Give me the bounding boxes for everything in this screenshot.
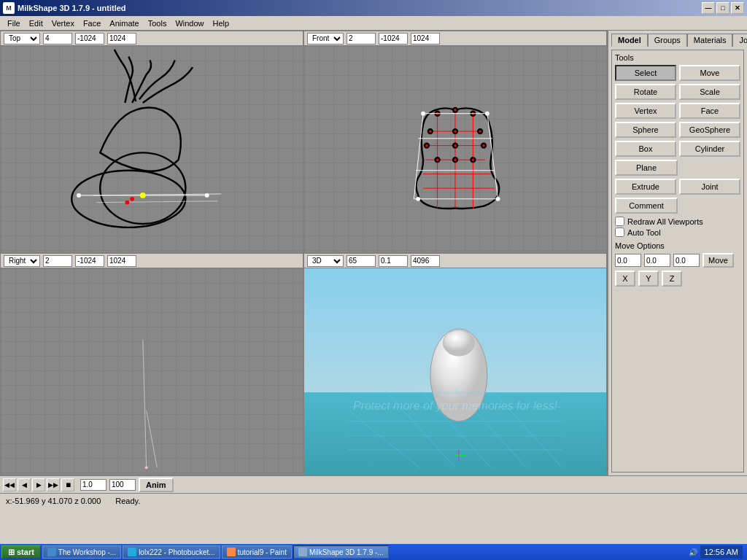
app-icon: M <box>3 2 15 14</box>
start-button[interactable]: ⊞ start <box>1 545 41 559</box>
viewport-right-max[interactable] <box>107 255 136 267</box>
svg-line-54 <box>349 411 420 467</box>
rotate-button[interactable]: Rotate <box>615 84 676 100</box>
taskbar-workshop-label: The Workshop -... <box>58 548 116 556</box>
move-x-input[interactable] <box>615 254 641 267</box>
anim-prev-button[interactable]: ◀ <box>18 478 31 491</box>
menubar: File Edit Vertex Face Animate Tools Wind… <box>0 16 747 31</box>
geosphere-button[interactable]: GeoSphere <box>679 122 740 138</box>
box-cylinder-row: Box Cylinder <box>615 141 740 157</box>
anim-frame-input[interactable] <box>80 479 107 491</box>
tools-label: Tools <box>615 53 740 62</box>
extrude-button[interactable]: Extrude <box>615 179 676 195</box>
redraw-checkbox[interactable] <box>615 217 624 226</box>
anim-stop-button[interactable]: ⏹ <box>61 478 74 491</box>
x-axis-button[interactable]: X <box>615 271 635 287</box>
viewport-top-view-select[interactable]: Top Front Right 3D <box>4 33 40 44</box>
viewport-3d[interactable]: 3D Top Front Right <box>303 253 607 475</box>
taskbar-item-photobucket[interactable]: lolx222 - Photobucket... <box>123 545 220 559</box>
menu-edit[interactable]: Edit <box>25 18 47 29</box>
viewport-front[interactable]: Front Top Right 3D <box>303 31 607 253</box>
move-y-input[interactable] <box>644 254 670 267</box>
svg-point-37 <box>485 112 489 116</box>
taskbar-item-workshop[interactable]: The Workshop -... <box>42 545 121 559</box>
viewport-top-max[interactable] <box>107 33 136 44</box>
tab-joints[interactable]: Joints <box>732 34 747 47</box>
z-axis-button[interactable]: Z <box>662 271 682 287</box>
move-apply-button[interactable]: Move <box>703 253 734 268</box>
viewport-front-zoom[interactable] <box>347 33 376 44</box>
viewport-front-min[interactable] <box>379 33 408 44</box>
svg-point-25 <box>453 129 457 133</box>
taskbar-item-paint[interactable]: tutorial9 - Paint <box>222 545 292 559</box>
maximize-button[interactable]: □ <box>716 2 729 14</box>
anim-rewind-button[interactable]: ◀◀ <box>3 478 16 491</box>
minimize-button[interactable]: — <box>702 2 715 14</box>
viewport-right-min[interactable] <box>75 255 104 267</box>
taskbar-paint-label: tutorial9 - Paint <box>238 548 287 556</box>
svg-point-42 <box>145 466 148 469</box>
anim-total-input[interactable] <box>109 479 136 491</box>
svg-line-52 <box>455 389 527 467</box>
taskbar-item-milkshape[interactable]: MilkShape 3D 1.7.9 -... <box>293 545 389 559</box>
viewport-top[interactable]: Top Front Right 3D <box>0 31 303 253</box>
viewport-3d-val2[interactable] <box>411 255 440 267</box>
viewport-right[interactable]: Right Top Front 3D <box>0 253 303 475</box>
svg-point-39 <box>496 197 500 201</box>
viewport-front-header: Front Top Right 3D <box>304 31 606 46</box>
box-button[interactable]: Box <box>615 141 676 157</box>
sphere-button[interactable]: Sphere <box>615 122 676 138</box>
viewport-front-canvas <box>304 46 606 252</box>
viewport-front-max[interactable] <box>411 33 440 44</box>
svg-point-23 <box>425 144 429 148</box>
select-button[interactable]: Select <box>615 65 676 81</box>
joint-button[interactable]: Joint <box>679 179 740 195</box>
y-axis-button[interactable]: Y <box>638 271 659 287</box>
viewport-3d-val1[interactable] <box>379 255 408 267</box>
viewport-right-zoom[interactable] <box>43 255 72 267</box>
move-z-input[interactable] <box>673 254 700 267</box>
viewport-right-view-select[interactable]: Right Top Front 3D <box>4 255 40 267</box>
anim-ff-button[interactable]: ▶▶ <box>47 478 60 491</box>
svg-line-53 <box>491 389 562 467</box>
menu-face[interactable]: Face <box>79 18 105 29</box>
menu-vertex[interactable]: Vertex <box>47 18 79 29</box>
svg-point-18 <box>453 108 457 112</box>
viewport-3d-header: 3D Top Front Right <box>304 254 606 268</box>
comment-button[interactable]: Comment <box>615 198 678 214</box>
vertex-button[interactable]: Vertex <box>615 103 676 119</box>
viewport-front-view-select[interactable]: Front Top Right 3D <box>307 33 344 44</box>
extrude-joint-row: Extrude Joint <box>615 179 740 195</box>
tab-model[interactable]: Model <box>611 34 648 47</box>
tab-groups[interactable]: Groups <box>648 34 687 47</box>
taskbar-milkshape-icon <box>298 548 307 556</box>
systray-icon: 🔊 <box>689 548 697 556</box>
autotool-checkbox[interactable] <box>615 228 624 237</box>
anim-toggle-button[interactable]: Anim <box>139 478 174 492</box>
coords-display: x:-51.969 y 41.070 z 0.000 <box>6 497 101 505</box>
close-button[interactable]: ✕ <box>731 2 744 14</box>
viewport-3d-view-select[interactable]: 3D Top Front Right <box>307 255 344 267</box>
move-button[interactable]: Move <box>679 65 740 81</box>
menu-tools[interactable]: Tools <box>144 18 171 29</box>
viewport-top-min[interactable] <box>75 33 104 44</box>
menu-help[interactable]: Help <box>209 18 234 29</box>
redraw-checkbox-row: Redraw All Viewports <box>615 217 740 226</box>
titlebar: M MilkShape 3D 1.7.9 - untitled — □ ✕ <box>0 0 747 16</box>
menu-animate[interactable]: Animate <box>105 18 143 29</box>
viewport-right-grid <box>1 268 303 475</box>
tab-materials[interactable]: Materials <box>687 34 733 47</box>
scale-button[interactable]: Scale <box>679 84 740 100</box>
face-button[interactable]: Face <box>679 103 740 119</box>
menu-file[interactable]: File <box>3 18 25 29</box>
viewport-3d-zoom[interactable] <box>347 255 376 267</box>
taskbar-workshop-icon <box>47 548 56 556</box>
anim-play-button[interactable]: ▶ <box>32 478 45 491</box>
svg-point-22 <box>478 129 482 133</box>
viewport-top-zoom[interactable] <box>43 33 72 44</box>
menu-window[interactable]: Window <box>171 18 208 29</box>
cylinder-button[interactable]: Cylinder <box>679 141 740 157</box>
redraw-label: Redraw All Viewports <box>627 217 703 226</box>
plane-button[interactable]: Plane <box>615 160 678 176</box>
svg-point-8 <box>205 193 209 198</box>
